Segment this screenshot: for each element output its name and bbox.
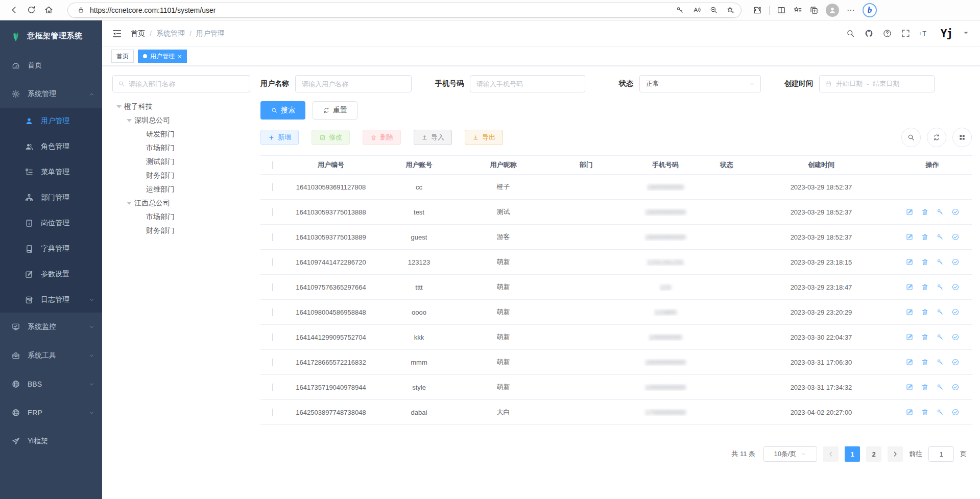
date-range-picker[interactable]: 开始日期 - 结束日期 — [819, 75, 935, 92]
sidebar-item-12[interactable]: BBS — [0, 370, 102, 398]
sidebar-item-9[interactable]: 日志管理 — [0, 287, 102, 313]
github-icon[interactable] — [864, 29, 874, 38]
tree-node-7[interactable]: 江西总公司 — [112, 196, 250, 210]
edit-icon[interactable] — [905, 208, 914, 216]
assign-role-icon[interactable] — [951, 233, 960, 241]
split-screen-icon[interactable] — [777, 6, 786, 15]
tree-node-2[interactable]: 研发部门 — [112, 127, 250, 141]
assign-role-icon[interactable] — [951, 358, 960, 366]
edit-icon[interactable] — [905, 358, 914, 366]
delete-icon[interactable] — [921, 258, 929, 266]
url-text[interactable]: https://ccnetcore.com:1101/system/user — [90, 6, 676, 14]
delete-button[interactable]: 删除 — [363, 130, 401, 145]
delete-icon[interactable] — [921, 208, 929, 216]
user-menu-caret-icon[interactable] — [961, 28, 971, 38]
sidebar-item-13[interactable]: ERP — [0, 398, 102, 427]
toggle-search-button[interactable] — [901, 128, 921, 147]
sidebar-item-1[interactable]: 系统管理 — [0, 80, 102, 108]
row-checkbox[interactable] — [272, 233, 273, 241]
read-aloud-icon[interactable] — [692, 6, 701, 14]
edit-icon[interactable] — [905, 408, 914, 416]
reset-password-icon[interactable] — [936, 308, 944, 316]
sidebar-item-11[interactable]: 系统工具 — [0, 341, 102, 370]
header-search-icon[interactable] — [846, 29, 855, 38]
row-checkbox[interactable] — [272, 258, 273, 266]
search-button[interactable]: 搜索 — [260, 101, 305, 120]
sidebar-item-6[interactable]: 岗位管理 — [0, 210, 102, 236]
row-checkbox[interactable] — [272, 384, 273, 391]
delete-icon[interactable] — [921, 383, 929, 391]
select-all-checkbox[interactable] — [272, 161, 273, 169]
page-button-2[interactable]: 2 — [866, 446, 881, 462]
assign-role-icon[interactable] — [951, 383, 960, 391]
reset-password-icon[interactable] — [936, 383, 944, 391]
status-select[interactable]: 正常 — [639, 75, 761, 92]
edit-icon[interactable] — [905, 308, 914, 316]
assign-role-icon[interactable] — [951, 408, 960, 416]
row-checkbox[interactable] — [272, 308, 273, 316]
zoom-out-icon[interactable] — [709, 6, 718, 14]
edit-icon[interactable] — [905, 283, 914, 291]
row-checkbox[interactable] — [272, 283, 273, 291]
favorites-bar-icon[interactable] — [793, 6, 802, 15]
close-icon[interactable]: × — [178, 53, 182, 60]
row-checkbox[interactable] — [272, 359, 273, 366]
tree-expand-caret[interactable] — [127, 119, 132, 122]
page-button-1[interactable]: 1 — [845, 446, 860, 462]
breadcrumb-user[interactable]: 用户管理 — [196, 29, 225, 38]
assign-role-icon[interactable] — [951, 333, 960, 341]
fullscreen-icon[interactable] — [901, 29, 911, 38]
assign-role-icon[interactable] — [951, 208, 960, 216]
address-bar[interactable]: https://ccnetcore.com:1101/system/user — [67, 3, 742, 18]
assign-role-icon[interactable] — [951, 308, 960, 316]
browser-back-button[interactable] — [5, 2, 22, 18]
tree-node-9[interactable]: 财务部门 — [112, 224, 250, 237]
username-input[interactable] — [295, 75, 412, 92]
tree-expand-caret[interactable] — [116, 105, 122, 108]
sidebar-item-2[interactable]: 用户管理 — [0, 108, 102, 134]
reset-password-icon[interactable] — [936, 408, 944, 416]
assign-role-icon[interactable] — [951, 258, 960, 266]
tab-tag-1[interactable]: 用户管理× — [138, 50, 187, 63]
user-avatar-logo[interactable]: Yj — [941, 28, 952, 40]
row-checkbox[interactable] — [272, 183, 273, 191]
tree-node-8[interactable]: 市场部门 — [112, 210, 250, 224]
reset-password-icon[interactable] — [936, 333, 944, 341]
font-size-icon[interactable]: tT — [919, 29, 929, 38]
reset-password-icon[interactable] — [936, 208, 944, 216]
reset-password-icon[interactable] — [936, 233, 944, 241]
sidebar-item-4[interactable]: 菜单管理 — [0, 159, 102, 185]
sidebar-item-10[interactable]: 系统监控 — [0, 313, 102, 341]
row-checkbox[interactable] — [272, 208, 273, 216]
reset-password-icon[interactable] — [936, 358, 944, 366]
reset-button[interactable]: 重置 — [313, 101, 357, 120]
tree-node-0[interactable]: 橙子科技 — [112, 100, 250, 113]
add-button[interactable]: 新增 — [260, 130, 299, 145]
modify-button[interactable]: 修改 — [312, 130, 350, 145]
tree-node-4[interactable]: 测试部门 — [112, 155, 250, 169]
browser-reload-button[interactable] — [22, 2, 40, 18]
edit-icon[interactable] — [905, 233, 914, 241]
tree-expand-caret[interactable] — [127, 202, 132, 205]
sidebar-item-14[interactable]: Yi框架 — [0, 427, 102, 456]
assign-role-icon[interactable] — [951, 283, 960, 291]
reset-password-icon[interactable] — [936, 258, 944, 266]
tab-tag-0[interactable]: 首页 — [111, 50, 134, 63]
delete-icon[interactable] — [921, 408, 929, 416]
browser-home-button[interactable] — [40, 2, 57, 18]
extensions-icon[interactable] — [753, 6, 762, 15]
sidebar-item-0[interactable]: 首页 — [0, 51, 102, 80]
sidebar-item-7[interactable]: 字典管理 — [0, 236, 102, 262]
edit-icon[interactable] — [905, 383, 914, 391]
delete-icon[interactable] — [921, 358, 929, 366]
delete-icon[interactable] — [921, 308, 929, 316]
delete-icon[interactable] — [921, 283, 929, 291]
app-logo[interactable]: 意框架管理系统 — [0, 20, 102, 51]
bing-chat-icon[interactable]: b — [863, 3, 877, 17]
columns-button[interactable] — [952, 128, 972, 147]
tree-node-6[interactable]: 运维部门 — [112, 182, 250, 196]
tree-node-3[interactable]: 市场部门 — [112, 141, 250, 155]
prev-page-button[interactable] — [823, 446, 839, 462]
reset-password-icon[interactable] — [936, 283, 944, 291]
sidebar-item-3[interactable]: 角色管理 — [0, 134, 102, 159]
